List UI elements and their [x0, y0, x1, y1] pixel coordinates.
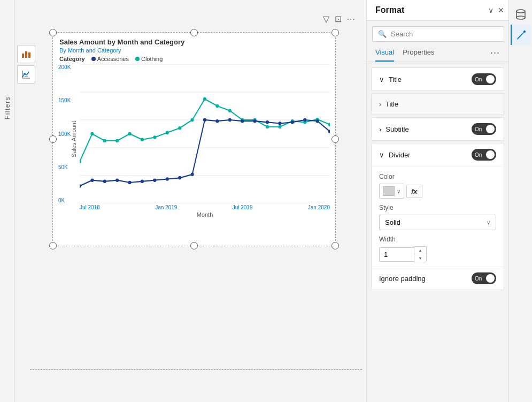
collapse-btn[interactable]: ∨ — [488, 6, 494, 14]
ignore-padding-toggle[interactable]: On — [472, 272, 496, 284]
divider-content: Color ∨ fx Style Solid ∨ — [372, 166, 504, 267]
title-toggle-section: ∨ Title On — [371, 67, 504, 91]
close-btn[interactable]: ✕ — [498, 6, 504, 14]
clothing-line — [80, 99, 330, 162]
subtitle-chevron: › — [379, 125, 381, 133]
format-title: Format — [375, 5, 488, 15]
divider-toggle[interactable]: On — [472, 149, 496, 161]
style-value: Solid — [385, 218, 400, 226]
svg-point-40 — [153, 178, 156, 182]
width-input[interactable] — [379, 247, 414, 262]
svg-point-58 — [516, 16, 525, 19]
search-icon: 🔍 — [378, 30, 387, 38]
divider-header[interactable]: ∨ Divider On — [372, 143, 504, 166]
color-label: Color — [379, 173, 496, 180]
svg-point-33 — [328, 123, 330, 126]
y-ticks: 200K 150K 100K 50K 0K — [58, 64, 71, 203]
x-axis-label: Month — [80, 211, 330, 218]
search-input[interactable] — [391, 30, 498, 38]
y-axis-label: Sales Amount — [71, 121, 77, 157]
title-expand-header[interactable]: › Title — [372, 94, 504, 115]
format-content: ∨ Title On › Title — [367, 62, 508, 402]
handle-ml[interactable] — [49, 135, 57, 143]
filters-label[interactable]: Filters — [4, 96, 11, 119]
svg-point-24 — [215, 104, 219, 108]
svg-rect-2 — [28, 52, 30, 58]
bottom-dashed — [30, 369, 362, 370]
ignore-padding-knob — [486, 274, 495, 283]
toggle-knob — [486, 75, 495, 84]
chart-svg — [80, 64, 330, 203]
svg-rect-1 — [25, 51, 27, 58]
filter-icon-btn[interactable]: ▽ — [323, 14, 329, 24]
spinner-up-btn[interactable]: ▲ — [414, 247, 426, 254]
title-expand-chevron: › — [379, 101, 381, 108]
filters-sidebar: Filters — [0, 0, 15, 402]
subtitle-toggle[interactable]: On — [472, 123, 496, 135]
svg-point-48 — [253, 119, 257, 123]
tab-visual[interactable]: Visual — [375, 44, 394, 62]
svg-point-16 — [115, 139, 119, 143]
svg-point-37 — [115, 178, 119, 182]
chart-toolbar: ▽ ⊡ ··· — [323, 14, 356, 24]
chart-wrapper: ▽ ⊡ ··· Sales Amount by Month and Catego… — [52, 32, 356, 246]
chart-area: Sales Amount 200K 150K 100K 50K 0K — [80, 64, 330, 214]
svg-point-3 — [24, 73, 26, 75]
title-expand-section: › Title — [371, 93, 504, 115]
svg-rect-6 — [25, 76, 28, 77]
divider-toggle-knob — [486, 150, 495, 159]
chart-subtitle: By Month and Category — [53, 47, 335, 56]
analytics-icon-btn[interactable] — [17, 65, 35, 84]
handle-br[interactable] — [331, 242, 339, 249]
svg-point-47 — [241, 119, 244, 123]
handle-bl[interactable] — [49, 242, 57, 249]
more-icon-btn[interactable]: ··· — [347, 14, 356, 24]
cylinder-icon-btn[interactable] — [511, 4, 531, 25]
svg-point-21 — [178, 126, 181, 130]
svg-point-53 — [316, 119, 319, 123]
svg-point-28 — [266, 125, 269, 129]
width-input-row: ▲ ▼ — [379, 246, 496, 262]
x-ticks: Jul 2018 Jan 2019 Jul 2019 Jan 2020 — [80, 204, 330, 210]
tab-properties[interactable]: Properties — [403, 44, 434, 62]
tabs-more[interactable]: ··· — [490, 47, 500, 58]
handle-tm[interactable] — [190, 29, 198, 36]
handle-tl[interactable] — [49, 29, 57, 36]
svg-point-18 — [141, 138, 144, 142]
subtitle-toggle-label: On — [475, 126, 482, 132]
chart-box: Sales Amount by Month and Category By Mo… — [52, 32, 336, 246]
title-toggle-chevron: ∨ — [379, 75, 384, 84]
handle-tr[interactable] — [331, 29, 339, 36]
paintbrush-icon-btn[interactable] — [511, 25, 531, 45]
fx-btn[interactable]: fx — [406, 185, 422, 198]
title-toggle-header[interactable]: ∨ Title On — [372, 68, 504, 90]
divider-chevron: ∨ — [379, 151, 384, 159]
svg-rect-0 — [22, 54, 24, 58]
color-swatch-btn[interactable]: ∨ — [379, 184, 404, 199]
svg-point-39 — [141, 180, 144, 184]
spinner-down-btn[interactable]: ▼ — [414, 254, 426, 262]
side-toolbar — [15, 43, 37, 86]
style-dropdown[interactable]: Solid ∨ — [379, 215, 496, 230]
svg-point-44 — [203, 118, 206, 122]
handle-mr[interactable] — [331, 135, 339, 143]
svg-point-45 — [215, 119, 219, 123]
chart-legend: Category Accessories Clothing — [53, 56, 335, 64]
svg-point-41 — [166, 177, 169, 181]
width-label: Width — [379, 236, 496, 243]
svg-point-50 — [278, 122, 281, 125]
title-toggle-on[interactable]: On — [472, 73, 496, 85]
handle-bm[interactable] — [190, 242, 198, 249]
svg-point-17 — [128, 132, 132, 136]
format-header: Format ∨ ✕ — [367, 0, 532, 21]
style-label: Style — [379, 204, 496, 211]
bar-chart-icon-btn[interactable] — [17, 45, 35, 63]
svg-point-15 — [103, 139, 106, 143]
svg-point-36 — [103, 180, 106, 184]
subtitle-label: Subtitle — [385, 125, 408, 133]
accessories-line — [80, 120, 330, 186]
expand-icon-btn[interactable]: ⊡ — [335, 14, 342, 24]
ignore-padding-toggle-label: On — [475, 276, 482, 282]
format-panel: Format ∨ ✕ 🔍 Visual Properties ··· — [366, 0, 532, 402]
subtitle-header[interactable]: › Subtitle On — [372, 118, 504, 140]
